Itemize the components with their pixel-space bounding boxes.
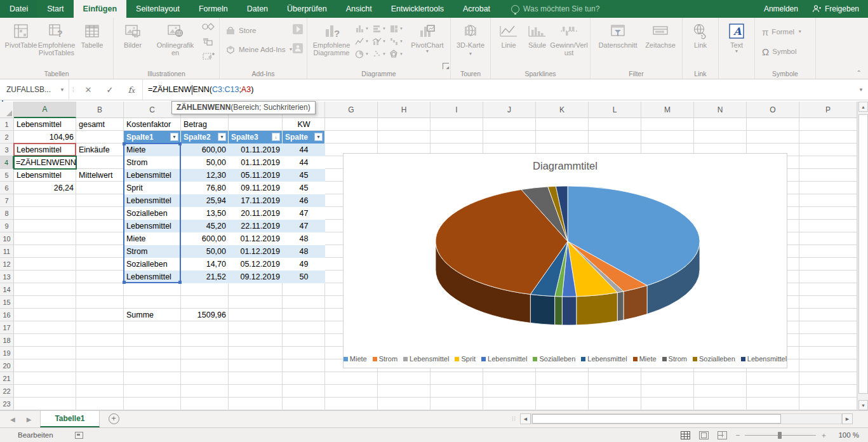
cell-B1[interactable]: gesamt (76, 118, 124, 131)
cell-E11[interactable]: 01.12.2019 (229, 245, 283, 258)
bing-maps-addin-icon[interactable] (293, 24, 303, 37)
row-header-1[interactable]: 1 (0, 118, 14, 131)
sign-in-button[interactable]: Anmelden (764, 4, 798, 13)
row-header-15[interactable]: 15 (0, 296, 14, 309)
new-sheet-button[interactable]: + (109, 413, 119, 424)
cell-D10[interactable]: 600,00 (181, 232, 229, 245)
cell-F13[interactable]: 50 (283, 271, 325, 283)
symbol-button[interactable]: Ω Symbol (762, 44, 811, 58)
legend-item-11[interactable]: Lebensmittel (741, 355, 787, 363)
cell-D6[interactable]: 76,80 (181, 182, 229, 194)
column-header-N[interactable]: N (694, 102, 747, 118)
cell-C1[interactable]: Kostenfaktor (124, 118, 181, 131)
cell-D4[interactable]: 50,00 (181, 156, 229, 169)
my-addins-button[interactable]: Meine Add-Ins ▼ (225, 43, 293, 57)
row-header-18[interactable]: 18 (0, 334, 14, 347)
column-header-P[interactable]: P (799, 102, 857, 118)
scroll-left-button[interactable]: ◀ (520, 413, 531, 424)
column-header-K[interactable]: K (536, 102, 589, 118)
column-header-J[interactable]: J (483, 102, 536, 118)
name-box[interactable]: ZUFALLSB... ▼ (0, 79, 69, 100)
cell-D7[interactable]: 25,94 (181, 194, 229, 207)
legend-item-9[interactable]: Strom (662, 355, 687, 363)
ribbon-tab-einfügen[interactable]: Einfügen (74, 0, 126, 18)
insert-function-button[interactable]: fx (121, 85, 142, 95)
filter-dropdown-Spalte2[interactable]: ▼ (218, 133, 226, 141)
cell-E13[interactable]: 09.12.2019 (229, 271, 283, 283)
cell-F5[interactable]: 45 (283, 169, 325, 182)
row-header-5[interactable]: 5 (0, 169, 14, 182)
column-header-G[interactable]: G (325, 102, 378, 118)
cell-D11[interactable]: 50,00 (181, 245, 229, 258)
ribbon-tab-daten[interactable]: Daten (237, 0, 277, 18)
3d-map-button[interactable]: 3D-Karte ▼ (454, 20, 487, 57)
zoom-slider[interactable]: − ＋ (736, 431, 827, 440)
normal-view-button[interactable] (681, 431, 690, 439)
cell-C13[interactable]: Lebensmittel (124, 271, 181, 283)
sort-filter-dropdown-Spalte3[interactable]: ↓ (272, 133, 280, 141)
cell-E12[interactable]: 05.12.2019 (229, 258, 283, 271)
cell-D3[interactable]: 600,00 (181, 144, 229, 156)
row-header-12[interactable]: 12 (0, 258, 14, 271)
chart-type-waterfall-button[interactable]: ▼ (389, 35, 406, 48)
chart-type-column-button[interactable]: ▼ (355, 22, 372, 35)
page-break-view-button[interactable] (718, 431, 727, 439)
row-header-11[interactable]: 11 (0, 245, 14, 258)
row-header-21[interactable]: 21 (0, 372, 14, 385)
confirm-entry-button[interactable]: ✓ (99, 85, 121, 95)
cell-C8[interactable]: Sozialleben (124, 207, 181, 220)
cell-D16[interactable]: 1509,96 (181, 309, 229, 321)
chart-type-pie-button[interactable]: ▼ (355, 48, 372, 60)
legend-item-1[interactable]: Miete (344, 355, 367, 363)
scroll-down-button[interactable]: ▼ (858, 400, 868, 410)
timeline-button[interactable]: Zeitachse (642, 20, 679, 49)
row-header-3[interactable]: 3 (0, 144, 14, 156)
row-header-13[interactable]: 13 (0, 271, 14, 283)
sparkline-winloss-button[interactable]: Gewinn/Verlust (551, 20, 587, 57)
active-edit-cell-A4[interactable]: =ZÄHLENWENN (13, 156, 77, 170)
people-graph-addin-icon[interactable] (293, 43, 303, 56)
column-header-H[interactable]: H (378, 102, 431, 118)
sparkline-line-button[interactable]: Linie (494, 20, 523, 49)
collapse-ribbon-button[interactable]: ⌃ (857, 69, 862, 76)
legend-item-2[interactable]: Strom (373, 355, 397, 363)
column-header-I[interactable]: I (431, 102, 483, 118)
recommended-pivottables-button[interactable]: ? Empfohlene PivotTables (39, 20, 74, 57)
cell-F10[interactable]: 48 (283, 232, 325, 245)
table-button[interactable]: Tabelle (74, 20, 110, 49)
screenshot-button[interactable] (202, 51, 216, 63)
cell-D1[interactable]: Betrag (181, 118, 229, 131)
cell-C4[interactable]: Strom (124, 156, 181, 169)
row-header-6[interactable]: 6 (0, 182, 14, 194)
cell-F1[interactable]: KW (283, 118, 325, 131)
ribbon-tab-entwicklertools[interactable]: Entwicklertools (382, 0, 453, 18)
cell-C5[interactable]: Lebensmittel (124, 169, 181, 182)
cell-C12[interactable]: Sozialleben (124, 258, 181, 271)
ribbon-tab-seitenlayout[interactable]: Seitenlayout (126, 0, 189, 18)
ribbon-tab-ansicht[interactable]: Ansicht (337, 0, 382, 18)
cell-A2[interactable]: 104,96 (14, 131, 76, 144)
pictures-button[interactable]: Bilder (117, 20, 149, 49)
cell-F7[interactable]: 46 (283, 194, 325, 207)
legend-item-3[interactable]: Lebensmittel (403, 355, 449, 363)
cell-F11[interactable]: 48 (283, 245, 325, 258)
zoom-thumb[interactable] (778, 432, 782, 439)
cell-D12[interactable]: 14,70 (181, 258, 229, 271)
online-pictures-button[interactable]: Onlinegrafiken (149, 20, 202, 57)
column-header-B[interactable]: B (76, 102, 124, 118)
link-button[interactable]: Link (686, 20, 715, 49)
scroll-right-button[interactable]: ▶ (842, 413, 853, 424)
cell-D9[interactable]: 45,20 (181, 220, 229, 232)
scroll-up-button[interactable]: ▲ (858, 102, 868, 112)
ribbon-tab-formeln[interactable]: Formeln (189, 0, 237, 18)
cell-B5[interactable]: Mittelwert (76, 169, 124, 182)
sheet-nav-prev-icon[interactable]: ◀ (10, 416, 15, 423)
zoom-out-icon[interactable]: − (736, 431, 740, 439)
ribbon-tab-überprüfen[interactable]: Überprüfen (277, 0, 337, 18)
expand-formula-bar-icon[interactable]: ▼ (854, 79, 868, 100)
cell-F12[interactable]: 49 (283, 258, 325, 271)
cell-C16[interactable]: Summe (124, 309, 181, 321)
tabbar-resize-handle[interactable]: ⁞⁞ (512, 416, 516, 422)
smartart-button[interactable] (202, 37, 216, 48)
cell-F8[interactable]: 47 (283, 207, 325, 220)
